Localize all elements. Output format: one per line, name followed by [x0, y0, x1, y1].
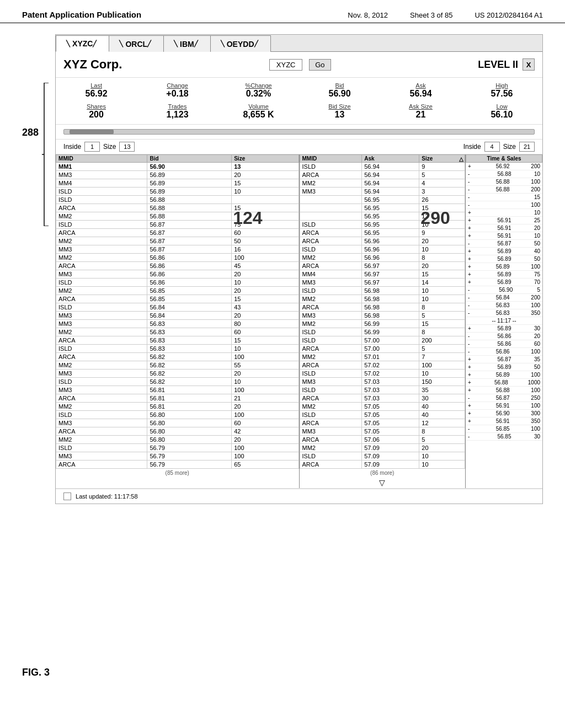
stat-cell-bidsize: Bid Size 13: [299, 101, 380, 122]
time-sales-row: -56.83350: [466, 309, 542, 317]
ts-price: 56.89: [496, 264, 510, 270]
ask-table-row: ISLD56.949: [300, 163, 465, 171]
bid-table-row: ISLD56.8910: [56, 188, 299, 196]
time-sales-row: +56.8930: [466, 325, 542, 333]
time-sales-row: +56.8975: [466, 271, 542, 279]
ts-time-separator: -- 11:17 --: [492, 318, 516, 324]
tab-orcl[interactable]: ╲ ORCL ╱: [109, 35, 164, 52]
stat-label-high[interactable]: High: [465, 82, 539, 89]
ask-table-row: MM356.9714: [300, 279, 465, 287]
time-sales-row: +56.9125: [466, 217, 542, 224]
stat-value-trades: 1,123: [140, 110, 215, 120]
stat-cell-low: Low 56.10: [461, 101, 542, 122]
size-input-2[interactable]: [519, 142, 535, 152]
stat-label-trades[interactable]: Trades: [140, 103, 215, 110]
stat-label-bidsize[interactable]: Bid Size: [302, 103, 377, 110]
scrollbar-thumb[interactable]: [70, 130, 114, 134]
ask-table-row: ARCA56.959: [300, 229, 465, 237]
ts-price: 56.86: [496, 349, 510, 355]
stat-label-asksize[interactable]: Ask Size: [383, 103, 458, 110]
header-sheet: Sheet 3 of 85: [410, 11, 452, 19]
time-sales-row: -56.8750: [466, 240, 542, 248]
ts-price: 56.91: [496, 403, 510, 409]
stat-label-change[interactable]: Change: [140, 82, 215, 89]
footer-checkbox[interactable]: [63, 493, 71, 500]
bid-table-row: MM356.8380: [56, 320, 299, 328]
ts-price: 56.85: [496, 426, 510, 432]
ts-size: 100: [531, 302, 540, 308]
time-sales-row: +56.9110: [466, 232, 542, 240]
time-sales-row: -56.85100: [466, 425, 542, 433]
bid-table-row: MM356.79100: [56, 452, 299, 461]
ts-size: 30: [534, 325, 540, 331]
time-sales-row: +56.881000: [466, 379, 542, 387]
ask-table-row: ARCA57.065: [300, 436, 465, 444]
size-input-1[interactable]: [119, 142, 135, 152]
ts-price: 56.87: [497, 240, 511, 247]
stat-label-bid[interactable]: Bid: [302, 82, 377, 89]
ts-price: 56.88: [497, 171, 511, 177]
time-sales-row: -- 11:17 --: [466, 317, 542, 325]
stat-label-low[interactable]: Low: [465, 103, 539, 110]
ts-sign: -: [468, 287, 475, 293]
close-button[interactable]: X: [523, 58, 535, 71]
ts-size: 100: [531, 372, 540, 378]
time-sales-row: +56.8735: [466, 356, 542, 363]
ask-table-row: ISLD57.00200: [300, 336, 465, 345]
ts-sign: -: [468, 426, 475, 432]
ask-table-row: MM357.03150: [300, 378, 465, 386]
tab-chevron-oeydd: ╲: [221, 40, 225, 47]
ts-sign: -: [468, 240, 475, 247]
tab-oeydd[interactable]: ╲ OEYDD ╱: [210, 35, 271, 52]
ts-size: 5: [537, 287, 540, 293]
inside-input-1[interactable]: [84, 142, 100, 152]
ask-table-row: ISLD57.0210: [300, 370, 465, 378]
big-number-124: 124: [233, 208, 262, 228]
tab-ibm[interactable]: ╲ IBM ╱: [163, 35, 211, 52]
ts-price: 56.86: [497, 333, 511, 339]
ts-price: 56.91: [497, 233, 511, 239]
ts-sign: -: [468, 395, 475, 401]
time-sales-row: -56.86100: [466, 348, 542, 356]
bid-table-row: MM156.9013: [56, 163, 299, 171]
ts-size: 1000: [528, 379, 540, 386]
inside-input-2[interactable]: [484, 142, 500, 152]
ask-table-row: ISLD57.0335: [300, 386, 465, 394]
stat-value-last: 56.92: [59, 89, 134, 99]
ts-sign: +: [468, 248, 475, 254]
ts-size: 25: [534, 217, 540, 223]
ts-sign: +: [468, 210, 475, 216]
bracket-icon: [41, 83, 51, 226]
tab-xyzc[interactable]: ╲ XYZC ╱: [56, 35, 109, 52]
ts-sign: +: [468, 163, 475, 169]
ts-price: 56.92: [496, 163, 510, 169]
ticker-input[interactable]: [269, 59, 302, 71]
time-sales-row: +56.89100: [466, 371, 542, 379]
ts-sign: -: [468, 310, 475, 316]
stat-label-volume[interactable]: Volume: [221, 103, 296, 110]
go-button[interactable]: Go: [309, 59, 331, 71]
stat-value-high: 57.56: [465, 89, 539, 99]
ts-sign: +: [468, 372, 475, 378]
time-sales-row: +56.9120: [466, 224, 542, 232]
ts-size: 60: [534, 341, 540, 347]
ts-sign: +: [468, 279, 475, 285]
ts-price: 56.87: [497, 356, 511, 362]
stat-label-pctchange[interactable]: %Change: [221, 82, 296, 89]
scrollbar[interactable]: [63, 129, 535, 135]
ts-size: 10: [534, 171, 540, 177]
page-title: Patent Application Publication: [22, 10, 141, 19]
inside-label-2: Inside: [463, 143, 481, 151]
ts-sign: +: [468, 271, 475, 277]
ts-price: 56.89: [497, 325, 511, 331]
ask-table-row: ARCA57.02100: [300, 361, 465, 370]
bid-table-row: ISLD56.80100: [56, 411, 299, 419]
stat-label-last[interactable]: Last: [59, 82, 134, 89]
time-sales-row: +56.8940: [466, 248, 542, 255]
scroll-down-icon[interactable]: ▽: [300, 477, 465, 488]
ask-table-row: ISLD56.9610: [300, 245, 465, 254]
stat-label-shares[interactable]: Shares: [59, 103, 134, 110]
ts-price: 56.83: [496, 310, 510, 316]
stat-label-ask[interactable]: Ask: [383, 82, 458, 89]
ts-size: 30: [534, 433, 540, 440]
